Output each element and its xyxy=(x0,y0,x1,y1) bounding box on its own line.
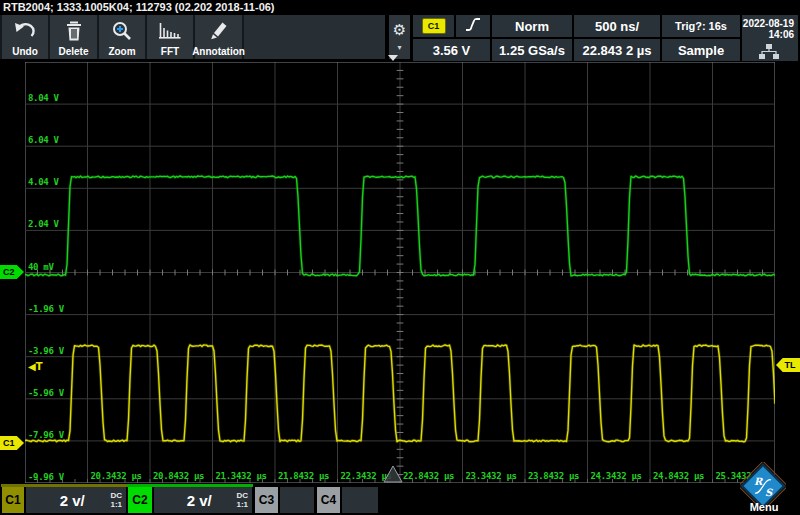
trigger-level-marker[interactable]: TL xyxy=(776,358,800,372)
channel-badge-C2[interactable]: C2 xyxy=(128,487,152,513)
fft-spectrum-icon xyxy=(158,15,182,46)
fft-button[interactable]: FFT xyxy=(147,15,193,59)
menu-button[interactable]: Menu xyxy=(741,501,787,513)
trigger-source-button[interactable]: C1 xyxy=(413,15,454,37)
timebase-button[interactable]: 500 ns/ xyxy=(574,15,660,37)
channel-bar: C12 v/DC1:1C22 v/DC1:1C3C4 xyxy=(0,487,800,515)
delete-button[interactable]: Delete xyxy=(50,15,97,59)
svg-text:S: S xyxy=(765,487,773,498)
channel-panel-C2[interactable]: 2 v/DC1:1 xyxy=(154,487,252,513)
toolbar-button-label: Annotation xyxy=(192,46,245,57)
channel-scale: 2 v/ xyxy=(154,492,236,509)
channel-panel-C4[interactable] xyxy=(342,487,378,513)
magnifier-icon xyxy=(111,15,133,46)
coupling-label: DC xyxy=(110,491,122,500)
lan-network-icon xyxy=(758,44,780,61)
toolbar-button-label: Zoom xyxy=(108,46,135,57)
trigger-position-icon[interactable] xyxy=(388,55,398,61)
trigger-marker[interactable]: ◀T xyxy=(28,361,43,373)
date-value: 2022-08-19 xyxy=(743,18,794,29)
channel-panel-C1[interactable]: 2 v/DC1:1 xyxy=(26,487,126,513)
trigger-level-value[interactable]: 3.56 V xyxy=(413,39,490,61)
channel-badge-C1[interactable]: C1 xyxy=(2,487,24,513)
trigger-slope-button[interactable] xyxy=(456,15,490,37)
channel-panel-C3[interactable] xyxy=(280,487,314,513)
channel-scale: 2 v/ xyxy=(26,492,110,509)
settings-button[interactable]: ⚙ ▾ xyxy=(389,15,410,59)
toolbar: UndoDeleteZoomFFTAnnotation xyxy=(0,15,385,59)
pencil-icon xyxy=(208,15,230,46)
channel-badge-C4[interactable]: C4 xyxy=(317,487,340,513)
channel-coupling-probe: DC1:1 xyxy=(110,491,122,509)
toolbar-button-label: Undo xyxy=(12,46,38,57)
channel-coupling-probe: DC1:1 xyxy=(236,491,248,509)
gear-icon: ⚙ xyxy=(393,22,406,38)
probe-label: 1:1 xyxy=(110,500,122,509)
rising-edge-icon xyxy=(463,16,483,37)
undo-icon xyxy=(13,15,37,46)
device-id-titlebar: RTB2004; 1333.1005K04; 112793 (02.202 20… xyxy=(0,0,800,14)
channel1-position-marker[interactable]: C1 xyxy=(0,436,24,450)
sample-rate-value[interactable]: 1.25 GSa/s xyxy=(492,39,572,61)
trigger-time-icon[interactable] xyxy=(382,464,404,488)
chevron-down-icon: ▾ xyxy=(397,44,401,52)
zoom-button[interactable]: Zoom xyxy=(99,15,145,59)
toolbar-filler xyxy=(244,15,385,59)
trash-icon xyxy=(64,15,84,46)
channel2-position-marker[interactable]: C2 xyxy=(0,265,24,279)
probe-label: 1:1 xyxy=(236,500,248,509)
channel-badge-C3[interactable]: C3 xyxy=(255,487,278,513)
toolbar-button-label: FFT xyxy=(161,46,179,57)
toolbar-button-label: Delete xyxy=(58,46,88,57)
oscilloscope-ui: RTB2004; 1333.1005K04; 112793 (02.202 20… xyxy=(0,0,800,515)
annotation-button[interactable]: Annotation xyxy=(195,15,242,59)
undo-button[interactable]: Undo xyxy=(2,15,48,59)
trigger-status[interactable]: Trig?: 16s xyxy=(662,15,740,37)
waveform-display xyxy=(25,62,775,483)
svg-text:R: R xyxy=(754,476,763,487)
trigger-source-badge: C1 xyxy=(422,18,446,34)
acquisition-mode-button[interactable]: Sample xyxy=(662,39,740,61)
datetime-panel[interactable]: 2022-08-19 14:06 xyxy=(742,15,798,61)
trigger-time-value[interactable]: 22.843 2 µs xyxy=(574,39,660,61)
coupling-label: DC xyxy=(236,491,248,500)
trigger-mode-button[interactable]: Norm xyxy=(492,15,572,37)
time-value: 14:06 xyxy=(768,29,794,40)
